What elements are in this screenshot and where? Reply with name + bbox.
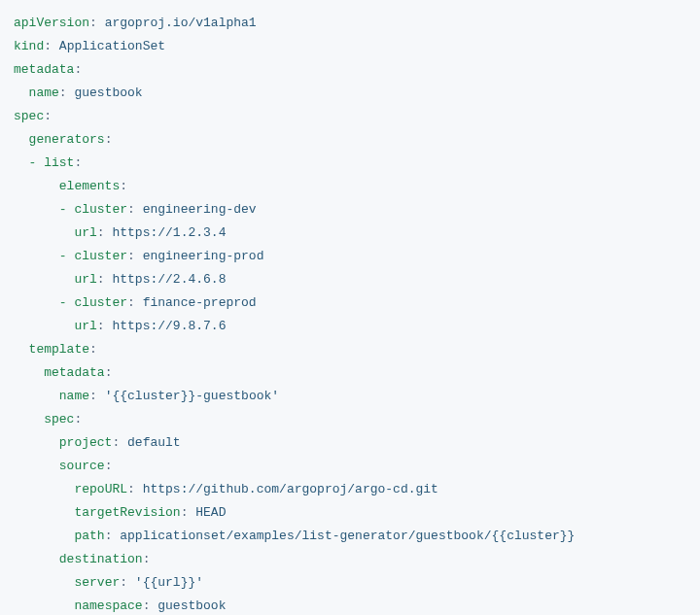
yaml-key: source <box>59 459 105 473</box>
code-line: template: <box>14 338 686 361</box>
code-line: spec: <box>14 105 686 128</box>
yaml-separator: : <box>97 225 105 240</box>
code-line: source: <box>14 455 686 478</box>
code-line: - list: <box>14 152 686 175</box>
yaml-separator: : <box>74 155 82 170</box>
yaml-key: namespace <box>74 598 142 613</box>
yaml-key: template <box>29 342 89 357</box>
yaml-value: https://9.8.7.6 <box>112 319 226 333</box>
yaml-key: server <box>74 575 120 590</box>
yaml-key: kind <box>14 39 44 53</box>
yaml-key: elements <box>59 179 120 193</box>
yaml-value: ApplicationSet <box>59 39 165 53</box>
yaml-key: name <box>29 85 59 100</box>
yaml-value: applicationset/examples/list-generator/g… <box>120 529 575 543</box>
code-line: - cluster: finance-preprod <box>14 291 686 315</box>
code-line: project: default <box>14 431 686 455</box>
code-line: kind: ApplicationSet <box>14 35 686 58</box>
code-line: - cluster: engineering-prod <box>14 245 686 268</box>
yaml-value: guestbook <box>158 598 226 613</box>
yaml-separator: : <box>120 575 127 590</box>
yaml-key: - cluster <box>59 295 127 310</box>
yaml-key: url <box>74 272 96 287</box>
yaml-separator: : <box>89 16 97 30</box>
yaml-value: guestbook <box>74 85 142 100</box>
code-line: metadata: <box>14 361 686 385</box>
code-line: spec: <box>14 408 686 431</box>
yaml-value: finance-preprod <box>143 295 257 310</box>
yaml-value: https://1.2.3.4 <box>112 225 226 240</box>
yaml-separator: : <box>181 505 189 520</box>
yaml-key: path <box>74 529 104 543</box>
code-line: path: applicationset/examples/list-gener… <box>14 525 686 548</box>
yaml-key: metadata <box>14 62 74 77</box>
yaml-value: default <box>127 435 181 450</box>
yaml-separator: : <box>97 272 105 287</box>
yaml-value: HEAD <box>195 505 226 520</box>
yaml-separator: : <box>127 249 135 263</box>
yaml-value: https://2.4.6.8 <box>112 272 226 287</box>
yaml-key: name <box>59 389 89 403</box>
yaml-value: '{{cluster}}-guestbook' <box>105 389 279 403</box>
yaml-key: url <box>74 225 96 240</box>
code-line: url: https://1.2.3.4 <box>14 222 686 245</box>
yaml-value: engineering-dev <box>143 202 257 217</box>
yaml-separator: : <box>112 435 120 450</box>
yaml-separator: : <box>105 365 113 380</box>
yaml-separator: : <box>44 109 52 123</box>
code-line: - cluster: engineering-dev <box>14 198 686 222</box>
yaml-key: metadata <box>44 365 104 380</box>
yaml-separator: : <box>127 202 135 217</box>
yaml-key: spec <box>14 109 44 123</box>
code-line: elements: <box>14 175 686 198</box>
code-line: destination: <box>14 548 686 571</box>
yaml-separator: : <box>105 459 113 473</box>
yaml-separator: : <box>74 412 82 427</box>
yaml-value: '{{url}}' <box>135 575 203 590</box>
yaml-separator: : <box>89 389 97 403</box>
code-line: url: https://2.4.6.8 <box>14 268 686 291</box>
code-line: server: '{{url}}' <box>14 571 686 595</box>
yaml-separator: : <box>74 62 82 77</box>
yaml-separator: : <box>59 85 67 100</box>
code-line: targetRevision: HEAD <box>14 501 686 525</box>
code-line: namespace: guestbook <box>14 595 686 615</box>
yaml-separator: : <box>105 529 113 543</box>
code-line: metadata: <box>14 58 686 82</box>
yaml-value: argoproj.io/v1alpha1 <box>105 16 257 30</box>
yaml-key: targetRevision <box>74 505 180 520</box>
yaml-separator: : <box>143 552 151 566</box>
yaml-separator: : <box>127 295 135 310</box>
yaml-separator: : <box>97 319 105 333</box>
code-line: url: https://9.8.7.6 <box>14 315 686 338</box>
yaml-key: generators <box>29 132 105 147</box>
code-line: apiVersion: argoproj.io/v1alpha1 <box>14 12 686 35</box>
yaml-key: url <box>74 319 96 333</box>
yaml-separator: : <box>120 179 127 193</box>
yaml-key: project <box>59 435 113 450</box>
yaml-value: https://github.com/argoproj/argo-cd.git <box>143 482 438 496</box>
yaml-key: repoURL <box>74 482 127 496</box>
yaml-code-block: apiVersion: argoproj.io/v1alpha1kind: Ap… <box>14 12 686 615</box>
code-line: generators: <box>14 128 686 152</box>
yaml-key: - cluster <box>59 249 127 263</box>
yaml-separator: : <box>105 132 113 147</box>
code-line: repoURL: https://github.com/argoproj/arg… <box>14 478 686 501</box>
yaml-separator: : <box>44 39 52 53</box>
yaml-separator: : <box>127 482 135 496</box>
yaml-key: apiVersion <box>14 16 89 30</box>
yaml-separator: : <box>89 342 97 357</box>
yaml-key: - list <box>29 155 75 170</box>
yaml-separator: : <box>143 598 151 613</box>
yaml-value: engineering-prod <box>143 249 264 263</box>
yaml-key: spec <box>44 412 74 427</box>
code-line: name: guestbook <box>14 82 686 105</box>
yaml-key: destination <box>59 552 143 566</box>
code-line: name: '{{cluster}}-guestbook' <box>14 385 686 408</box>
yaml-key: - cluster <box>59 202 127 217</box>
